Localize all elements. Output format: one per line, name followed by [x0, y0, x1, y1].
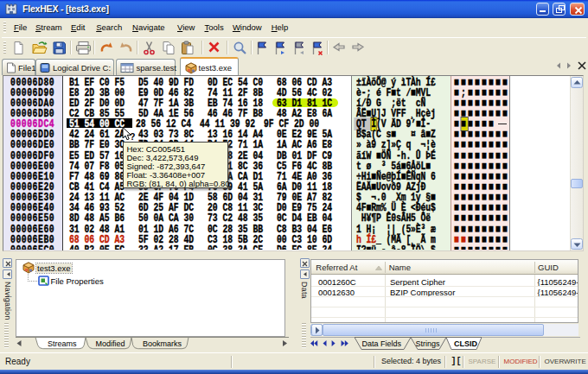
svg-text:Data Fields: Data Fields [362, 339, 402, 348]
svg-text:Streams: Streams [48, 339, 77, 348]
svg-text:Strings: Strings [416, 339, 441, 348]
svg-text:CLSID: CLSID [454, 339, 478, 348]
svg-text:Bookmarks: Bookmarks [143, 339, 182, 348]
svg-text:?: ? [130, 130, 135, 141]
svg-text:Modified: Modified [96, 339, 125, 348]
